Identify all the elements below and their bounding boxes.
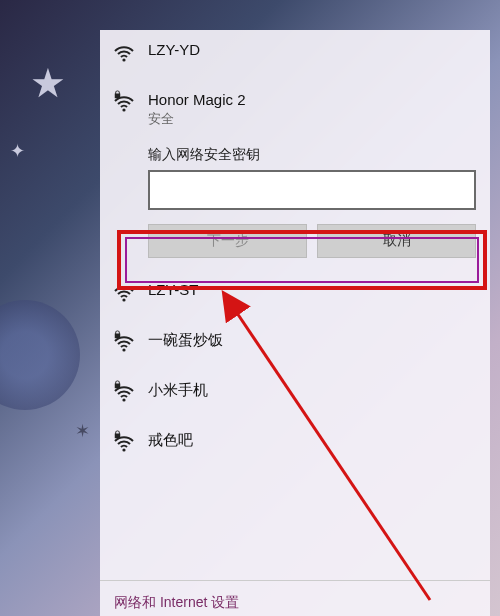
network-item-selected[interactable]: Honor Magic 2 安全	[100, 80, 490, 138]
network-status: 安全	[148, 110, 476, 128]
svg-point-0	[122, 58, 125, 61]
network-ssid: 一碗蛋炒饭	[148, 330, 476, 350]
network-item[interactable]: 一碗蛋炒饭	[100, 320, 490, 370]
wifi-secured-icon	[112, 380, 148, 410]
svg-point-4	[122, 398, 125, 401]
wifi-icon	[112, 280, 148, 310]
network-flyout: LZY-YD Honor Magic 2 安全 输入网络安全密钥 下一步	[100, 30, 490, 616]
network-ssid: 小米手机	[148, 380, 476, 400]
wifi-secured-icon	[112, 330, 148, 360]
password-input[interactable]	[148, 170, 476, 210]
flyout-footer: 网络和 Internet 设置	[100, 580, 490, 616]
next-button-label: 下一步	[207, 232, 249, 250]
network-item[interactable]: 戒色吧	[100, 420, 490, 470]
lock-icon	[111, 88, 123, 100]
lock-icon	[111, 378, 123, 390]
lock-icon	[111, 428, 123, 440]
network-ssid: LZY-YD	[148, 40, 476, 60]
network-item[interactable]: 小米手机	[100, 370, 490, 420]
cancel-button-label: 取消	[383, 232, 411, 250]
network-ssid: Honor Magic 2	[148, 90, 476, 110]
network-settings-link[interactable]: 网络和 Internet 设置	[114, 594, 239, 610]
network-ssid: LZY-ST	[148, 280, 476, 300]
network-item[interactable]: LZY-ST	[100, 270, 490, 320]
password-panel: 输入网络安全密钥 下一步 取消	[100, 146, 490, 270]
network-ssid: 戒色吧	[148, 430, 476, 450]
wifi-secured-icon	[112, 90, 148, 120]
cancel-button[interactable]: 取消	[317, 224, 476, 258]
wifi-icon	[112, 40, 148, 70]
svg-point-1	[122, 108, 125, 111]
password-label: 输入网络安全密钥	[148, 146, 476, 164]
wallpaper-deco: ★ ✦ ✶	[0, 0, 100, 616]
svg-point-5	[122, 448, 125, 451]
svg-point-2	[122, 298, 125, 301]
svg-point-3	[122, 348, 125, 351]
next-button[interactable]: 下一步	[148, 224, 307, 258]
lock-icon	[111, 328, 123, 340]
network-list: LZY-YD Honor Magic 2 安全 输入网络安全密钥 下一步	[100, 30, 490, 580]
network-item[interactable]: LZY-YD	[100, 30, 490, 80]
wifi-secured-icon	[112, 430, 148, 460]
